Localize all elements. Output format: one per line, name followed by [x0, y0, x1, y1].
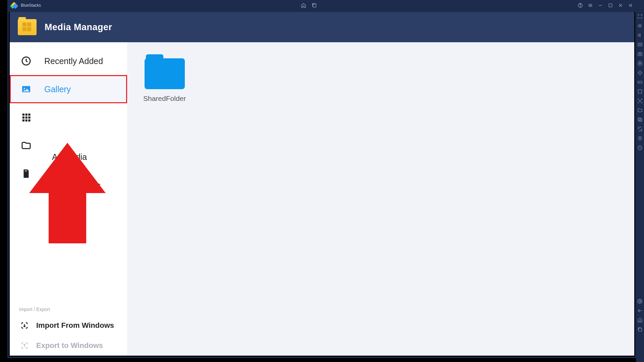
help-icon[interactable]	[577, 2, 584, 9]
sidebar-item-label: Import From Windows	[36, 321, 114, 330]
svg-point-25	[640, 137, 641, 138]
location-pin-icon[interactable]	[637, 135, 643, 141]
sidebar: Recently Added Gallery App Media	[10, 42, 127, 356]
minimize-icon[interactable]	[597, 2, 604, 9]
svg-rect-21	[638, 90, 642, 94]
side-toolbar	[636, 0, 644, 362]
image-icon	[20, 83, 32, 95]
locate-icon[interactable]	[637, 70, 643, 76]
export-icon	[20, 341, 29, 350]
folder-item[interactable]: SharedFolder	[143, 58, 186, 103]
page-title: Media Manager	[45, 22, 112, 33]
folder-side-icon[interactable]	[637, 107, 643, 113]
home-icon[interactable]	[300, 2, 307, 9]
titlebar: BlueStacks	[7, 0, 637, 11]
svg-rect-11	[22, 119, 24, 121]
sidebar-item-label: Export to Windows	[36, 341, 103, 350]
settings-icon[interactable]	[637, 298, 643, 304]
screenshot-icon[interactable]	[637, 51, 643, 57]
volume-up-icon[interactable]	[637, 23, 643, 29]
multi-instance-icon[interactable]	[637, 117, 643, 123]
camera-icon[interactable]	[637, 98, 643, 104]
svg-rect-13	[28, 119, 30, 121]
media-manager-icon	[18, 19, 37, 35]
keymap-icon[interactable]	[637, 42, 643, 48]
rotate-icon[interactable]	[637, 126, 643, 132]
sidebar-item-import[interactable]: Import From Windows	[10, 315, 127, 336]
sidebar-item-app-media-partial: A edia	[52, 152, 87, 162]
sidebar-item-sdcard[interactable]	[10, 160, 127, 188]
folder-label: SharedFolder	[143, 95, 186, 103]
svg-point-22	[639, 100, 641, 102]
recents-small-icon[interactable]	[637, 326, 643, 333]
svg-point-2	[580, 6, 581, 7]
svg-rect-9	[25, 117, 28, 119]
sidebar-item-files-partial: iles	[88, 181, 101, 190]
gamepad-icon[interactable]	[637, 79, 643, 85]
menu-icon[interactable]	[587, 2, 594, 9]
svg-point-27	[639, 301, 641, 302]
sidebar-item-label: Recently Added	[44, 56, 103, 66]
svg-rect-28	[639, 328, 642, 331]
recents-icon[interactable]	[311, 2, 318, 9]
apk-icon[interactable]	[637, 88, 643, 95]
folder-outline-icon	[20, 139, 32, 152]
bluestacks-logo-icon	[10, 2, 17, 9]
svg-point-19	[640, 72, 640, 73]
section-label: Import / Export	[10, 303, 127, 315]
fullscreen-icon[interactable]	[637, 13, 643, 19]
sdcard-icon	[20, 168, 32, 180]
app-window: BlueStacks	[7, 0, 637, 358]
sidebar-item-export[interactable]: Export to Windows	[10, 336, 127, 356]
app-name: BlueStacks	[21, 3, 41, 8]
svg-rect-7	[28, 114, 30, 116]
svg-point-16	[639, 54, 641, 55]
svg-rect-0	[313, 4, 316, 7]
sidebar-item-gallery[interactable]: Gallery	[10, 75, 127, 103]
folder-icon	[145, 58, 185, 89]
clock-icon	[20, 55, 32, 67]
close-icon[interactable]	[617, 2, 624, 9]
app-frame: BlueStacks	[0, 0, 644, 362]
svg-rect-5	[22, 114, 24, 116]
import-icon	[20, 321, 29, 330]
content-area: SharedFolder	[127, 42, 634, 356]
svg-rect-8	[22, 117, 24, 119]
page-header: Media Manager	[10, 12, 634, 42]
main-shell: Media Manager Recently Added Galle	[9, 12, 635, 357]
svg-rect-10	[28, 117, 30, 119]
svg-rect-3	[609, 4, 612, 7]
collapse-icon[interactable]	[627, 2, 634, 9]
svg-rect-20	[638, 81, 642, 83]
grid-icon	[20, 111, 32, 123]
svg-rect-15	[638, 53, 642, 56]
volume-down-icon[interactable]	[637, 32, 643, 38]
svg-rect-14	[638, 43, 642, 46]
window-controls	[577, 2, 634, 9]
maximize-icon[interactable]	[607, 2, 614, 9]
sidebar-item-label: Gallery	[44, 84, 71, 94]
svg-rect-12	[25, 119, 28, 121]
svg-rect-24	[639, 119, 642, 121]
svg-rect-6	[25, 114, 28, 116]
home-small-icon[interactable]	[637, 317, 643, 323]
sidebar-item-recently-added[interactable]: Recently Added	[10, 47, 127, 75]
svg-rect-23	[638, 118, 641, 121]
record-icon[interactable]	[637, 60, 643, 66]
body: Recently Added Gallery App Media	[10, 42, 634, 356]
back-icon[interactable]	[637, 308, 643, 314]
sidebar-item-app-media[interactable]: App Media	[10, 103, 127, 131]
macro-icon[interactable]	[637, 145, 643, 151]
